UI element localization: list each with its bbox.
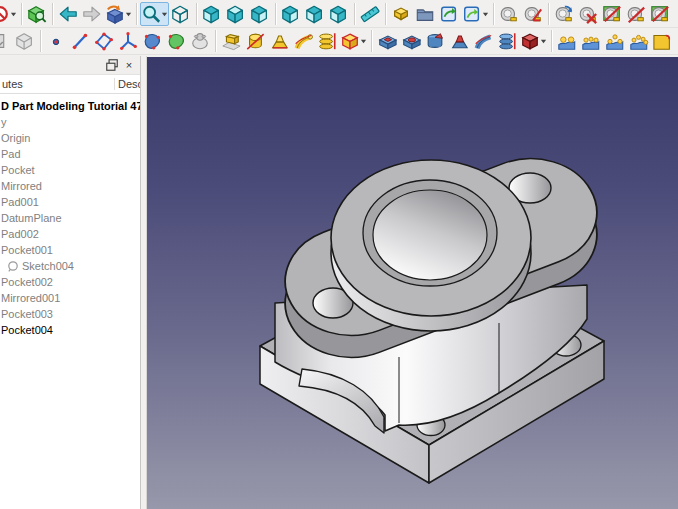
pad-button[interactable] bbox=[219, 29, 243, 53]
polar-pattern-button[interactable] bbox=[603, 29, 627, 53]
create-datum-line-button[interactable] bbox=[68, 29, 92, 53]
subtractive-loft-button[interactable] bbox=[447, 29, 471, 53]
create-local-coordinate-system-button[interactable] bbox=[116, 29, 140, 53]
make-sub-link-button[interactable] bbox=[461, 2, 490, 26]
revolution-button[interactable] bbox=[243, 29, 267, 53]
tree-item-datumplane[interactable]: DatumPlane bbox=[0, 210, 140, 226]
column-header-description[interactable]: Desc bbox=[114, 78, 140, 90]
additive-primitive-icon bbox=[340, 31, 360, 51]
go-to-linked-object-button[interactable] bbox=[104, 2, 133, 26]
additive-loft-button[interactable] bbox=[267, 29, 291, 53]
toolbar-overflow-icon-button[interactable] bbox=[651, 29, 675, 53]
tree-item-y[interactable]: y bbox=[0, 114, 140, 130]
groove-button[interactable] bbox=[423, 29, 447, 53]
tree-item-label: Sketch004 bbox=[22, 258, 74, 274]
tree-item-pad002[interactable]: Pad002 bbox=[0, 226, 140, 242]
create-datum-plane-button[interactable] bbox=[92, 29, 116, 53]
subtractive-primitive-button[interactable] bbox=[519, 29, 548, 53]
create-part-button[interactable] bbox=[389, 2, 413, 26]
tree-column-headers: utes Desc bbox=[0, 75, 140, 94]
toolbar-separator bbox=[52, 3, 53, 25]
tree-item-sketch004[interactable]: Sketch004 bbox=[0, 258, 140, 274]
dropdown-caret-icon[interactable] bbox=[482, 4, 489, 24]
pocket-button[interactable] bbox=[375, 29, 399, 53]
linear-pattern-button[interactable] bbox=[579, 29, 603, 53]
toolbar-cut-icon-button[interactable] bbox=[0, 29, 13, 53]
view-left-button[interactable] bbox=[327, 2, 351, 26]
toolbar-cut-icon-icon bbox=[0, 31, 11, 51]
measure-angular-icon bbox=[523, 4, 543, 24]
revolution-icon bbox=[245, 31, 265, 51]
additive-pipe-button[interactable] bbox=[291, 29, 315, 53]
sketch-icon bbox=[7, 260, 19, 272]
dropdown-caret-icon[interactable] bbox=[360, 31, 367, 51]
toolbar-separator bbox=[385, 3, 386, 25]
tree-item-pocket003[interactable]: Pocket003 bbox=[0, 306, 140, 322]
tree-item-label: Mirrored bbox=[1, 178, 42, 194]
zoom-tools-button[interactable] bbox=[140, 2, 169, 26]
measure-clear-all-button[interactable] bbox=[576, 2, 600, 26]
hole-button[interactable] bbox=[399, 29, 423, 53]
column-header-attributes[interactable]: utes bbox=[0, 78, 114, 90]
multi-transform-button[interactable] bbox=[627, 29, 651, 53]
panel-close-icon[interactable]: × bbox=[122, 58, 136, 72]
tree-item-mirrored[interactable]: Mirrored bbox=[0, 178, 140, 194]
create-group-button[interactable] bbox=[413, 2, 437, 26]
make-link-button[interactable] bbox=[437, 2, 461, 26]
draw-style-icon bbox=[0, 4, 10, 24]
toggle-measurement-delta-icon bbox=[626, 4, 646, 24]
dropdown-caret-icon[interactable] bbox=[125, 4, 132, 24]
toggle-measurement-delta-button[interactable] bbox=[624, 2, 648, 26]
view-fit-all-button[interactable] bbox=[25, 2, 49, 26]
additive-helix-icon bbox=[317, 31, 337, 51]
tree-item-mirrored001[interactable]: Mirrored001 bbox=[0, 290, 140, 306]
additive-helix-button[interactable] bbox=[315, 29, 339, 53]
view-front-icon bbox=[202, 4, 222, 24]
3d-viewport[interactable] bbox=[147, 57, 678, 509]
measure-refresh-button[interactable] bbox=[552, 2, 576, 26]
mirrored-transform-icon bbox=[557, 31, 577, 51]
dropdown-caret-icon[interactable] bbox=[10, 4, 17, 24]
tree-item-pad[interactable]: Pad bbox=[0, 146, 140, 162]
tree-item-pocket002[interactable]: Pocket002 bbox=[0, 274, 140, 290]
mirrored-transform-button[interactable] bbox=[555, 29, 579, 53]
tree-item-pocket001[interactable]: Pocket001 bbox=[0, 242, 140, 258]
tree-item-pad001[interactable]: Pad001 bbox=[0, 194, 140, 210]
measure-distance-button[interactable] bbox=[358, 2, 382, 26]
draw-style-button[interactable] bbox=[0, 2, 18, 26]
subtractive-pipe-button[interactable] bbox=[471, 29, 495, 53]
navigate-back-button[interactable] bbox=[56, 2, 80, 26]
view-right-button[interactable] bbox=[248, 2, 272, 26]
create-shape-binder-button[interactable] bbox=[140, 29, 164, 53]
navigate-back-icon bbox=[58, 4, 78, 24]
measure-angular-button[interactable] bbox=[521, 2, 545, 26]
view-top-button[interactable] bbox=[224, 2, 248, 26]
view-axonometric-button[interactable] bbox=[169, 2, 193, 26]
toggle-measurement-overflow-button[interactable] bbox=[648, 2, 672, 26]
tree-item-pocket004[interactable]: Pocket004 bbox=[0, 322, 140, 338]
dropdown-caret-icon[interactable] bbox=[540, 31, 547, 51]
toggle-measurement-3d-button[interactable] bbox=[600, 2, 624, 26]
tree-item-origin[interactable]: Origin bbox=[0, 130, 140, 146]
tree-item-d-part-modeling-tutorial-47[interactable]: D Part Modeling Tutorial 47 bbox=[0, 98, 140, 114]
pad-icon bbox=[221, 31, 241, 51]
create-datum-point-button[interactable] bbox=[44, 29, 68, 53]
panel-float-icon[interactable] bbox=[105, 58, 119, 72]
tree-item-pocket[interactable]: Pocket bbox=[0, 162, 140, 178]
dropdown-caret-icon[interactable] bbox=[161, 4, 168, 24]
create-clone-button[interactable] bbox=[188, 29, 212, 53]
navigate-forward-icon bbox=[82, 4, 102, 24]
create-sub-shape-binder-button[interactable] bbox=[164, 29, 188, 53]
view-front-button[interactable] bbox=[200, 2, 224, 26]
create-body-button[interactable] bbox=[13, 29, 37, 53]
measure-linear-button[interactable] bbox=[497, 2, 521, 26]
view-rear-button[interactable] bbox=[279, 2, 303, 26]
make-link-icon bbox=[439, 4, 459, 24]
create-part-icon bbox=[391, 4, 411, 24]
navigate-forward-button[interactable] bbox=[80, 2, 104, 26]
go-to-linked-object-icon bbox=[105, 4, 125, 24]
create-shape-binder-icon bbox=[142, 31, 162, 51]
view-bottom-button[interactable] bbox=[303, 2, 327, 26]
subtractive-helix-button[interactable] bbox=[495, 29, 519, 53]
additive-primitive-button[interactable] bbox=[339, 29, 368, 53]
